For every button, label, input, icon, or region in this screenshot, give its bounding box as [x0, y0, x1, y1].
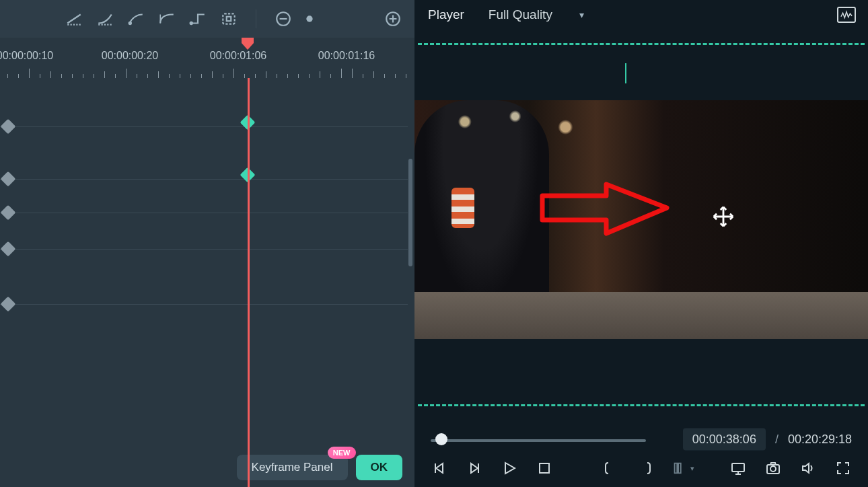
- keyframe-toolbar: [0, 0, 414, 38]
- center-guide-marker: [625, 63, 626, 83]
- scrub-thumb[interactable]: [435, 433, 447, 445]
- vertical-scrollbar[interactable]: [408, 159, 412, 266]
- keyframe-panel-button[interactable]: Keyframe Panel NEW: [237, 455, 348, 480]
- stop-icon[interactable]: [536, 459, 553, 477]
- player-panel: Player Full Quality ▾: [414, 0, 868, 487]
- keyframe-footer: Keyframe Panel NEW OK: [237, 455, 402, 480]
- play-icon[interactable]: [501, 459, 518, 477]
- ease-step-icon[interactable]: [188, 9, 207, 28]
- ease-linear-icon[interactable]: [65, 9, 83, 28]
- current-time: 00:00:38:06: [683, 428, 766, 451]
- ruler-tick-label: 00:00:00:20: [102, 50, 159, 62]
- zoom-out-icon[interactable]: [274, 9, 293, 28]
- display-mode-icon[interactable]: [729, 459, 747, 477]
- player-tab[interactable]: Player: [427, 5, 466, 25]
- svg-point-5: [306, 15, 312, 22]
- move-cursor-icon: [712, 205, 735, 231]
- ok-button[interactable]: OK: [356, 455, 403, 480]
- time-separator: /: [775, 433, 779, 447]
- ruler-tick-label: 00:00:01:06: [210, 50, 267, 62]
- playhead-handle[interactable]: [240, 36, 255, 51]
- ease-bezier-icon[interactable]: [157, 9, 176, 28]
- scopes-icon[interactable]: [837, 7, 856, 23]
- volume-icon[interactable]: [799, 459, 817, 477]
- new-badge: NEW: [328, 447, 356, 459]
- svg-point-11: [770, 466, 776, 472]
- marker-dropdown[interactable]: ▾: [672, 461, 694, 476]
- keyframe-marker[interactable]: [1, 119, 16, 135]
- playhead-line: [248, 78, 250, 487]
- svg-rect-2: [223, 13, 234, 24]
- preview-area: [414, 30, 868, 406]
- time-display: 00:00:38:06 / 00:20:29:18: [683, 428, 852, 451]
- mark-in-icon[interactable]: [602, 459, 619, 477]
- keyframe-marker-active[interactable]: [240, 115, 256, 130]
- zoom-in-icon[interactable]: [384, 9, 402, 28]
- chevron-down-icon: ▾: [579, 9, 584, 20]
- quality-dropdown[interactable]: Full Quality ▾: [482, 5, 591, 25]
- next-frame-icon[interactable]: [466, 459, 483, 477]
- quality-label: Full Quality: [489, 7, 552, 22]
- snapshot-icon[interactable]: [764, 459, 782, 477]
- keyframe-panel: 00:00:00:10 00:00:00:20 00:00:01:06 00:0…: [0, 0, 414, 487]
- keyframe-tracks[interactable]: [0, 78, 414, 487]
- ease-in-icon[interactable]: [96, 9, 114, 28]
- svg-rect-9: [732, 463, 744, 472]
- scrub-bar[interactable]: 00:00:38:06 / 00:20:29:18: [414, 429, 868, 449]
- keyframe-marker[interactable]: [1, 297, 16, 312]
- total-time: 00:20:29:18: [788, 433, 852, 447]
- transport-controls: ▾: [414, 449, 868, 487]
- chevron-down-icon: ▾: [690, 464, 694, 473]
- video-preview[interactable]: [414, 100, 868, 339]
- keyframe-marker-active[interactable]: [240, 167, 256, 183]
- button-label: Keyframe Panel: [252, 461, 333, 474]
- ease-out-icon[interactable]: [126, 9, 145, 28]
- player-top-bar: Player Full Quality ▾: [414, 0, 868, 30]
- svg-point-0: [129, 22, 131, 24]
- zoom-slider-dot-icon[interactable]: [305, 9, 314, 28]
- svg-point-1: [190, 22, 192, 24]
- ease-auto-icon[interactable]: [219, 9, 238, 28]
- button-label: OK: [371, 461, 388, 474]
- fullscreen-icon[interactable]: [834, 459, 852, 477]
- keyframe-marker[interactable]: [1, 241, 16, 257]
- mark-out-icon[interactable]: [637, 459, 654, 477]
- keyframe-marker[interactable]: [1, 172, 16, 187]
- prev-frame-icon[interactable]: [431, 459, 448, 477]
- annotation-arrow-icon: [539, 181, 680, 244]
- svg-rect-3: [226, 17, 231, 22]
- ruler-tick-label: 00:00:01:16: [318, 50, 375, 62]
- ruler-tick-label: 00:00:00:10: [0, 50, 53, 62]
- keyframe-marker[interactable]: [1, 205, 16, 221]
- safe-guide-top: [418, 43, 865, 45]
- timeline-ruler[interactable]: 00:00:00:10 00:00:00:20 00:00:01:06 00:0…: [0, 38, 414, 78]
- safe-guide-bottom: [418, 404, 865, 406]
- svg-rect-7: [540, 463, 549, 473]
